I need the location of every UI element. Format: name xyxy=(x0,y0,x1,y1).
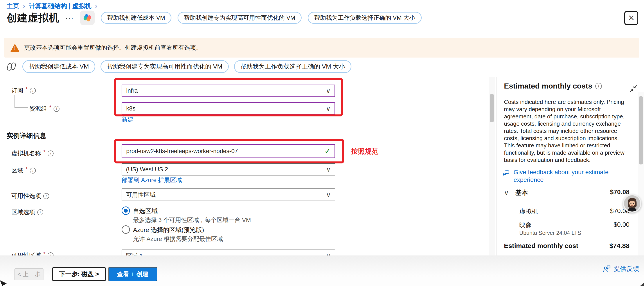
info-icon[interactable]: i xyxy=(30,168,36,174)
zone-options-label: 区域选项 i xyxy=(12,208,43,216)
cost-row-vm-label: 虚拟机 xyxy=(519,207,538,216)
resource-group-select[interactable]: k8s ∨ xyxy=(122,102,335,115)
required-mark: * xyxy=(26,86,28,93)
copilot-icon xyxy=(82,13,92,23)
warning-banner: ! 更改基本选项可能会重置所做的选择。创建虚拟机前查看所有选项。 xyxy=(4,38,639,58)
radio-self-selected-zones[interactable] xyxy=(122,206,130,215)
next-disks-button[interactable]: 下一步: 磁盘 > xyxy=(52,267,106,281)
review-create-button[interactable]: 查看 + 创建 xyxy=(108,267,157,281)
panel-divider xyxy=(496,77,496,255)
resource-group-label: 资源组 * i xyxy=(29,105,60,113)
collapse-panel-icon[interactable] xyxy=(629,84,638,93)
page-header: 创建虚拟机 ··· 帮助我创建低成本 VM 帮助我创建专为实现高可用性而 xyxy=(6,11,422,25)
breadcrumb-section[interactable]: 计算基础结构 | 虚拟机 xyxy=(29,2,91,11)
chevron-down-icon: ∨ xyxy=(326,191,335,199)
valid-check-icon: ✓ xyxy=(324,147,334,156)
cost-row-image-label: 映像 xyxy=(519,221,532,229)
main-scrollbar-thumb[interactable] xyxy=(490,94,494,122)
suggestion-chip-vm-size[interactable]: 帮助我为工作负载选择正确的 VM 大小 xyxy=(234,60,352,73)
required-mark: * xyxy=(43,251,46,256)
subscription-select[interactable]: infra ∨ xyxy=(122,85,335,97)
copilot-button[interactable] xyxy=(80,11,94,25)
chevron-right-icon: › xyxy=(23,2,25,10)
cost-row-vm-value: $70.08 xyxy=(571,207,630,215)
info-icon[interactable]: i xyxy=(37,209,43,215)
info-icon[interactable]: i xyxy=(595,83,602,89)
chevron-down-icon: ∨ xyxy=(326,252,335,255)
feedback-bubbles-icon xyxy=(502,168,510,177)
chevron-down-icon[interactable]: ∨ xyxy=(504,189,509,197)
chevron-down-icon: ∨ xyxy=(326,166,335,173)
vm-name-input[interactable]: prod-usw2-k8s-freeleaps-worker-nodes-07 … xyxy=(122,144,335,158)
subscription-label: 订阅 * i xyxy=(12,87,36,94)
info-icon[interactable]: i xyxy=(54,106,60,112)
close-button[interactable]: ✕ xyxy=(624,11,638,25)
tree-connector xyxy=(14,107,28,108)
region-select[interactable]: (US) West US 2 ∨ xyxy=(122,163,335,175)
radio-azure-selected-zones-desc: 允许 Azure 根据需要分配最佳区域 xyxy=(133,235,223,243)
feedback-link[interactable]: 提供反馈 xyxy=(602,264,639,273)
radio-azure-selected-zones[interactable] xyxy=(122,225,130,234)
basics-form: 订阅 * i infra ∨ 资源组 * i k8s ∨ 新建 实例详细信息 虚… xyxy=(0,77,489,255)
create-vm-page: 主页 › 计算基础结构 | 虚拟机 › 创建虚拟机 ··· xyxy=(0,0,644,286)
cost-total-value: $74.88 xyxy=(571,242,630,249)
breadcrumb-home[interactable]: 主页 xyxy=(6,2,19,11)
chevron-down-icon: ∨ xyxy=(326,87,334,95)
required-mark: * xyxy=(26,166,28,173)
suggestion-chip-high-availability[interactable]: 帮助我创建专为实现高可用性而优化的 VM xyxy=(100,60,229,73)
suggestion-chip-low-cost[interactable]: 帮助我创建低成本 VM xyxy=(22,60,95,73)
panel-scrollbar-thumb[interactable] xyxy=(639,96,643,165)
cost-panel-title: Estimated monthly costs i xyxy=(504,82,602,90)
more-menu-icon[interactable]: ··· xyxy=(66,14,74,22)
availability-options-label: 可用性选项 i xyxy=(12,192,49,200)
region-label: 区域 * i xyxy=(12,166,36,174)
vm-name-label: 虚拟机名称 * i xyxy=(12,149,54,157)
copilot-suggestions-row: 帮助我创建低成本 VM 帮助我创建专为实现高可用性而优化的 VM 帮助我为工作负… xyxy=(6,60,352,73)
info-icon[interactable]: i xyxy=(43,193,49,199)
chevron-down-icon: ∨ xyxy=(326,105,334,112)
required-mark: * xyxy=(43,149,46,156)
availability-zone-select[interactable]: 区域 1 ∨ xyxy=(122,249,335,255)
avatar-image xyxy=(624,195,640,211)
required-mark: * xyxy=(49,104,51,111)
suggestion-chip-vm-size[interactable]: 帮助我为工作负载选择正确的 VM 大小 xyxy=(308,12,422,24)
vm-name-annotation: 按照规范 xyxy=(351,147,378,156)
suggestion-chip-low-cost[interactable]: 帮助我创建低成本 VM xyxy=(101,12,172,24)
estimate-feedback-link[interactable]: Give feedback about your estimate experi… xyxy=(502,168,627,184)
availability-options-select[interactable]: 可用性区域 ∨ xyxy=(122,188,335,201)
info-icon[interactable]: i xyxy=(48,252,54,256)
person-feedback-icon xyxy=(602,264,611,273)
warning-message: 更改基本选项可能会重置所做的选择。创建虚拟机前查看所有选项。 xyxy=(24,44,202,52)
cost-group-basics-value: $70.08 xyxy=(571,188,630,196)
close-icon: ✕ xyxy=(628,14,634,23)
radio-self-selected-zones-desc: 最多选择 3 个可用性区域，每个区域一台 VM xyxy=(133,216,251,224)
info-icon[interactable]: i xyxy=(30,88,36,94)
radio-azure-selected-zones-label: Azure 选择的区域(预览版) xyxy=(133,226,204,234)
copilot-outline-icon xyxy=(6,61,17,72)
cost-panel-description: Costs indicated here are estimates only.… xyxy=(504,98,629,164)
assistant-avatar[interactable] xyxy=(623,194,641,213)
suggestion-chip-high-availability[interactable]: 帮助我创建专为实现高可用性而优化的 VM xyxy=(178,12,302,24)
extended-zone-link[interactable]: 部署到 Azure 扩展区域 xyxy=(122,176,182,184)
radio-self-selected-zones-label: 自选区域 xyxy=(133,207,158,215)
availability-zone-label: 可用性区域 * i xyxy=(12,251,54,255)
cost-divider xyxy=(496,238,638,238)
cost-group-basics: 基本 xyxy=(516,188,528,197)
cost-total-label: Estimated monthly cost xyxy=(504,242,578,249)
create-new-link[interactable]: 新建 xyxy=(122,116,134,123)
tree-connector xyxy=(14,95,15,108)
info-icon[interactable]: i xyxy=(48,150,54,156)
instance-details-heading: 实例详细信息 xyxy=(6,131,46,140)
cost-row-image-value: $0.00 xyxy=(571,221,630,228)
page-title: 创建虚拟机 xyxy=(6,11,59,25)
warning-icon: ! xyxy=(10,44,19,52)
previous-button[interactable]: < 上一步 xyxy=(14,268,44,280)
breadcrumb: 主页 › 计算基础结构 | 虚拟机 › xyxy=(6,2,98,11)
chevron-right-icon: › xyxy=(95,2,98,10)
cost-row-image-sub: Ubuntu Server 24.04 LTS xyxy=(519,230,581,236)
